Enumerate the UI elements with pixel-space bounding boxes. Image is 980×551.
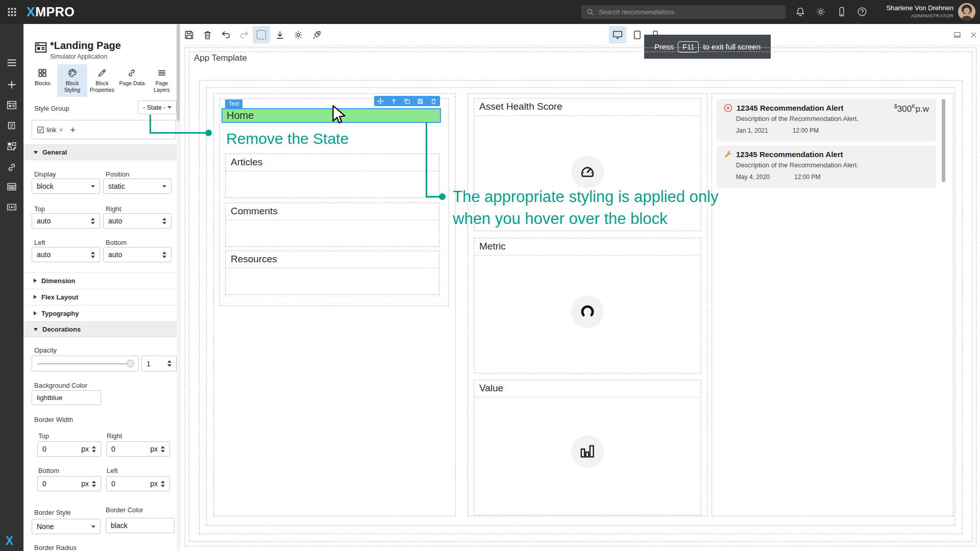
connections-icon[interactable] <box>6 162 17 173</box>
section-general[interactable]: General <box>23 144 180 160</box>
chevron-down-icon <box>162 185 166 188</box>
stepper-arrows[interactable] <box>162 252 166 258</box>
left-input[interactable] <box>32 247 100 262</box>
redo-button[interactable] <box>235 26 253 43</box>
annotation-remove-state: Remove the State <box>226 130 349 147</box>
save-button[interactable] <box>180 26 198 43</box>
mouse-cursor <box>329 105 348 126</box>
slider-handle[interactable] <box>127 360 134 367</box>
opacity-input[interactable] <box>141 356 177 371</box>
stepper-arrows[interactable] <box>92 481 96 487</box>
recommendation-alert-card[interactable]: 12345 Recommendation Alert Description o… <box>717 145 936 188</box>
duplicate-icon[interactable] <box>404 98 410 105</box>
panel-scrollbar[interactable] <box>177 24 180 551</box>
widgets-icon[interactable] <box>6 181 17 192</box>
section-typography[interactable]: Typography <box>23 305 180 321</box>
data-streams-icon[interactable] <box>6 120 17 132</box>
close-button[interactable] <box>965 26 980 43</box>
remove-chip-icon[interactable]: × <box>59 126 63 134</box>
slider-track <box>37 363 129 364</box>
delete-block-icon[interactable] <box>430 98 437 105</box>
border-top-input[interactable]: px <box>37 441 101 457</box>
style-chip-link[interactable]: link × <box>37 126 63 134</box>
section-flex-layout[interactable]: Flex Layout <box>23 289 180 305</box>
user-name: Sharlene Von Drehnen <box>863 4 953 12</box>
new-item-icon[interactable] <box>6 79 17 90</box>
blocks-library-icon[interactable] <box>6 141 17 152</box>
checkbox-icon[interactable] <box>37 127 44 133</box>
border-left-label: Left <box>107 467 118 474</box>
publish-button[interactable] <box>308 26 325 43</box>
border-color-input[interactable] <box>106 518 175 533</box>
border-bottom-input[interactable]: px <box>37 476 101 491</box>
move-up-icon[interactable] <box>390 98 397 105</box>
alert-date: May 4, 2020 <box>736 173 770 181</box>
desktop-view-button[interactable] <box>609 26 626 43</box>
tab-block-styling[interactable]: Block Styling <box>57 64 87 97</box>
opacity-slider[interactable] <box>32 356 139 371</box>
background-color-input[interactable] <box>32 390 101 405</box>
add-style-group-button[interactable]: + <box>70 125 76 135</box>
search-input[interactable] <box>598 8 780 16</box>
stepper-arrows[interactable] <box>92 446 96 453</box>
block-resources[interactable]: Resources <box>225 251 439 295</box>
xmpro-x-logo[interactable]: X <box>6 534 13 548</box>
stepper-arrows[interactable] <box>161 481 165 487</box>
widget-value[interactable]: Value <box>474 380 701 515</box>
download-button[interactable] <box>271 26 288 43</box>
error-circle-icon <box>724 104 732 112</box>
app-launcher-icon[interactable] <box>7 7 17 17</box>
chevron-right-icon <box>34 311 37 315</box>
border-right-input[interactable]: px <box>106 441 170 457</box>
annotation-connector-line <box>150 132 209 134</box>
tab-blocks[interactable]: Blocks <box>28 64 57 97</box>
state-dropdown[interactable]: - State - <box>138 101 177 114</box>
alerts-scrollbar-thumb[interactable] <box>942 99 945 182</box>
media-icon[interactable] <box>6 202 17 213</box>
stepper-arrows[interactable] <box>161 446 165 453</box>
tab-block-properties[interactable]: Block Properties <box>87 64 117 97</box>
display-label: Display <box>34 170 56 178</box>
delete-button[interactable] <box>199 26 216 43</box>
stepper-arrows[interactable] <box>91 252 95 258</box>
border-style-select[interactable]: None <box>32 519 101 534</box>
widget-metric[interactable]: Metric <box>474 238 701 373</box>
settings-icon[interactable] <box>815 6 826 17</box>
move-icon[interactable] <box>377 98 384 105</box>
position-select[interactable]: static <box>103 179 172 194</box>
border-width-label: Border Width <box>34 416 73 423</box>
section-decorations[interactable]: Decorations <box>23 321 180 337</box>
right-input[interactable] <box>103 213 172 229</box>
search-bar[interactable] <box>581 5 786 19</box>
top-bar: XMPRO Sharlene Von Drehnen ADM <box>0 0 980 24</box>
select-mode-button[interactable] <box>253 26 270 43</box>
stepper-arrows[interactable] <box>91 218 95 224</box>
avatar[interactable] <box>958 3 975 20</box>
top-input[interactable] <box>32 213 100 229</box>
undo-button[interactable] <box>217 26 234 43</box>
menu-icon[interactable] <box>6 57 17 68</box>
user-menu[interactable]: Sharlene Von Drehnen ADMINISTRATOR <box>863 4 953 18</box>
display-select[interactable]: block <box>32 179 100 194</box>
stepper-arrows[interactable] <box>167 360 172 367</box>
xmpro-logo: XMPRO <box>27 5 75 19</box>
scrollbar-thumb[interactable] <box>177 24 180 121</box>
notifications-icon[interactable] <box>795 6 806 17</box>
left-icon-rail: X <box>0 24 23 551</box>
restore-window-button[interactable] <box>948 26 966 43</box>
border-left-input[interactable]: px <box>106 476 170 491</box>
recommendation-alert-card[interactable]: 12345 Recommendation Alert $300Kp.w Desc… <box>717 99 936 142</box>
opacity-label: Opacity <box>34 346 57 354</box>
block-articles[interactable]: Articles <box>225 154 439 198</box>
page-settings-button[interactable] <box>289 26 307 43</box>
tab-page-layers[interactable]: Page Layers <box>147 64 177 97</box>
mobile-icon[interactable] <box>836 6 847 17</box>
tablet-view-button[interactable] <box>628 26 646 43</box>
tab-page-data[interactable]: Page Data <box>117 64 146 97</box>
bottom-input[interactable] <box>103 247 172 262</box>
section-dimension[interactable]: Dimension <box>23 272 180 288</box>
save-block-icon[interactable] <box>417 98 424 105</box>
app-designer-icon[interactable] <box>6 99 17 111</box>
block-comments[interactable]: Comments <box>225 203 439 247</box>
stepper-arrows[interactable] <box>162 218 166 224</box>
